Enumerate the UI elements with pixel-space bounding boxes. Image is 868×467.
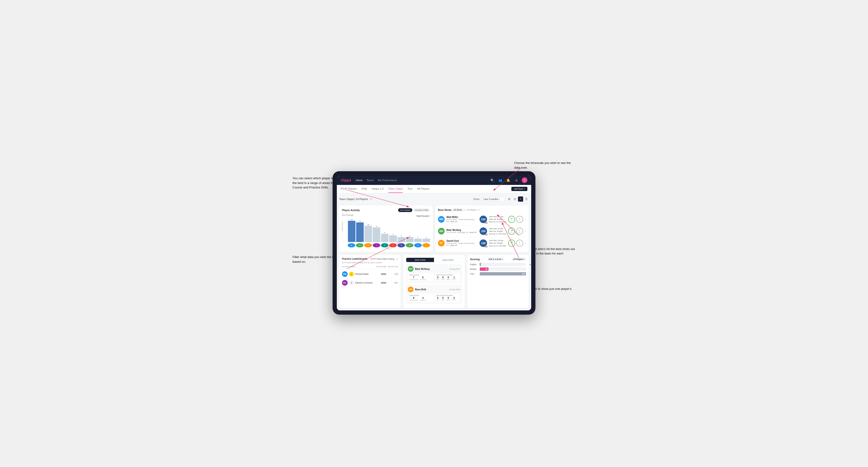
active-activities-section-0: Total Practice Activities 0 GTT 0 APP 0 … xyxy=(435,273,460,281)
shot-player-name-1: Blair McHarg xyxy=(446,229,478,231)
bar-5[interactable] xyxy=(389,236,397,242)
scoring-filter1-arrow: ▾ xyxy=(502,258,503,260)
shot-badge-sub-0: SG xyxy=(485,222,488,224)
shot-badge-2: 198 SG xyxy=(479,239,487,247)
shot-player-info-0: Matt Miller 09 Jun 2023 · Royal North De… xyxy=(446,216,478,223)
view-grid2-btn[interactable]: ⊞ xyxy=(507,196,512,201)
shot-chevron-1[interactable]: › xyxy=(525,229,526,233)
bar-value-2: 10 xyxy=(367,224,369,225)
practice-drills-pill[interactable]: Practice Drills xyxy=(413,208,430,212)
nav-home[interactable]: Home xyxy=(356,178,363,182)
bell-icon[interactable]: 🔔 xyxy=(506,178,511,183)
shot-badge-1: 200 SG xyxy=(479,227,487,235)
tab-tour[interactable]: Tour xyxy=(407,185,412,193)
bar-6[interactable] xyxy=(398,237,405,242)
shot-end-0: End Lie: In The Hole xyxy=(489,220,506,223)
player-activity-header: Player Activity On Course Practice Drill… xyxy=(342,208,430,212)
scoring-players-filter[interactable]: All Players ▾ xyxy=(512,257,526,261)
bar-avatar-4: E xyxy=(381,243,389,247)
lb-avatar-0: RB xyxy=(342,271,348,277)
lb-rows: RB 1 Richard Butler 19/20 110 EC 2 Edwar… xyxy=(342,270,398,287)
active-player-header-1: RB Rees Britt 02 Sep 2023 xyxy=(408,286,460,292)
bar-9[interactable] xyxy=(423,239,430,242)
bar-2[interactable] xyxy=(365,226,372,242)
nav-performance[interactable]: My Performance xyxy=(378,178,397,182)
shot-item-2[interactable]: DF David Ford 24 Aug 2023 · Royal North … xyxy=(438,237,526,249)
tab-team-clippd[interactable]: Team Clippd xyxy=(388,185,403,193)
bar-value-1: 12 xyxy=(359,220,361,222)
bar-8[interactable] xyxy=(414,239,422,242)
shot-chevron-2[interactable]: › xyxy=(525,242,526,245)
bar-0[interactable] xyxy=(348,221,355,242)
lb-row-0[interactable]: RB 1 Richard Butler 19/20 110 xyxy=(342,270,398,279)
shot-avatar-2: DF xyxy=(438,240,445,247)
bar-avatar-9: L xyxy=(423,243,430,247)
view-list-btn[interactable]: ☰ xyxy=(524,196,529,201)
lb-filter[interactable]: PUTT Must Make Putting ... ▾ xyxy=(371,258,398,260)
bar-3[interactable] xyxy=(373,227,380,242)
lb-row-1[interactable]: EC 2 Edward Crossman 18/20 107 xyxy=(342,279,398,287)
active-putt-1: 0 PUTT xyxy=(452,297,456,301)
scoring-label-1: Birdies xyxy=(470,268,478,270)
tab-hcaps[interactable]: Hcaps 1-5 xyxy=(372,185,383,193)
shot-stats-0: 67 yds 0 yds xyxy=(508,216,523,223)
active-gtt-0: 0 GTT xyxy=(436,276,439,280)
bar-col-2: 10 xyxy=(365,224,372,242)
view-heart-btn[interactable]: ♥ xyxy=(518,196,523,201)
edit-icon[interactable]: ✎ xyxy=(370,198,372,201)
annotation-top-right-text: Choose the timescale you wish to see the… xyxy=(514,161,571,169)
search-icon[interactable]: 🔍 xyxy=(490,178,495,183)
shot-avatar-1: BM xyxy=(438,228,445,235)
lb-avatar-1: EC xyxy=(342,280,348,286)
users-icon[interactable]: 👥 xyxy=(498,178,503,183)
shot-dist-0: Shot Dist: 67 yds xyxy=(489,215,506,218)
active-toggle: Most Active Least Active xyxy=(406,257,462,262)
team-name: Team Clippd | 14 Players xyxy=(339,198,368,200)
bar-7[interactable] xyxy=(406,237,413,242)
active-rounds-title-0: Total Rounds xyxy=(409,274,432,276)
practice-leaderboard-card: Practice Leaderboards PUTT Must Make Put… xyxy=(339,255,401,308)
plus-icon[interactable]: ⊕ xyxy=(514,178,519,183)
active-player-card-1[interactable]: RB Rees Britt 02 Sep 2023 Total Rounds 8… xyxy=(406,285,462,304)
all-players-filter[interactable]: All Players xyxy=(466,208,478,212)
shot-badge-sub-2: SG xyxy=(485,246,488,247)
shot-item-1[interactable]: BM Blair McHarg 23 Jul 2023 · Ashridge G… xyxy=(438,225,526,238)
bar-col-1: 12 xyxy=(356,220,364,242)
add-team-button[interactable]: Add Team + xyxy=(512,187,527,191)
most-active-btn[interactable]: Most Active xyxy=(406,258,434,262)
on-course-pill[interactable]: On Course xyxy=(398,208,412,212)
active-rounds-row-0: 7 Tournament 6 Practice xyxy=(409,276,432,280)
active-player-card-0[interactable]: BM Blair McHarg 26 Aug 2023 Total Rounds… xyxy=(406,264,462,283)
active-arg-0: 0 ARG xyxy=(446,276,450,280)
active-stats-grid-1: Total Rounds 8 Tournament 4 Practice Tot… xyxy=(408,294,460,302)
shot-player-info-2: David Ford 24 Aug 2023 · Royal North Dev… xyxy=(446,240,478,247)
view-icons: ⊞ ⊟ ♥ ☰ xyxy=(507,196,529,201)
scoring-bar-wrap-0: 3 xyxy=(480,263,526,266)
chart-dropdown[interactable]: Total Rounds ▾ xyxy=(416,215,430,217)
tab-all-players[interactable]: All Players xyxy=(417,185,430,193)
nav-teams[interactable]: Teams xyxy=(367,178,374,182)
bar-4[interactable] xyxy=(381,234,389,242)
bar-value-9: 2 xyxy=(426,237,427,239)
stat-val2-0: 0 xyxy=(519,217,520,220)
stat-unit1-2: yds xyxy=(510,243,513,245)
chart-controls: On Course Total Rounds ▾ xyxy=(342,214,430,218)
bar-value-8: 2 xyxy=(417,237,418,239)
least-active-btn[interactable]: Least Active xyxy=(434,258,462,262)
view-grid3-btn[interactable]: ⊟ xyxy=(512,196,518,201)
bar-col-8: 2 xyxy=(414,237,422,242)
scoring-par-filter[interactable]: Par 3, 4 & 5s ▾ xyxy=(488,257,504,261)
active-date-1: 02 Sep 2023 xyxy=(450,288,460,290)
show-dropdown[interactable]: Last 3 months ▾ xyxy=(482,197,505,201)
user-avatar[interactable]: U xyxy=(522,177,527,183)
tab-pga[interactable]: PGA xyxy=(362,185,367,193)
active-putt-0: 1 PUTT xyxy=(452,276,456,280)
shot-chevron-0[interactable]: › xyxy=(525,218,526,221)
all-shots-tab[interactable]: All Shots xyxy=(453,208,463,212)
tab-pgat[interactable]: PGAT Players xyxy=(341,185,357,193)
shot-item-0[interactable]: MM Matt Miller 09 Jun 2023 · Royal North… xyxy=(438,214,526,225)
bar-1[interactable] xyxy=(356,222,364,242)
best-shots-title: Best Shots xyxy=(438,209,452,211)
scoring-row-2: Pars 499 xyxy=(470,272,526,276)
stat-circle2-1: 0 yds xyxy=(516,228,523,235)
